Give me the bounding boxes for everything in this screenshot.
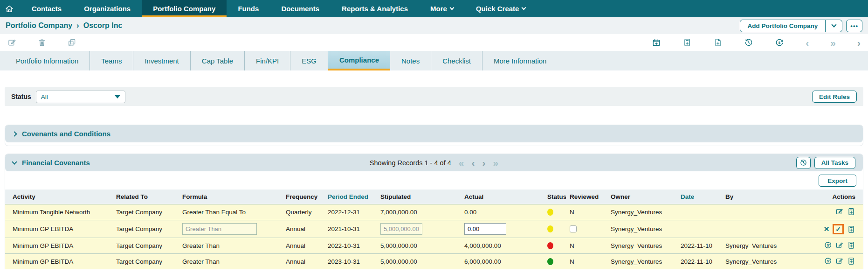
formula-input[interactable]: [182, 223, 257, 235]
edit-rules-button[interactable]: Edit Rules: [812, 91, 857, 103]
cell-frequency: Annual: [282, 238, 324, 254]
col-period-ended[interactable]: Period Ended: [324, 190, 377, 204]
cell-by: Synergy_Ventures: [722, 238, 810, 254]
chevron-right-icon[interactable]: [12, 131, 17, 136]
cell-owner: Synergy_Ventures: [607, 254, 677, 270]
more-options-button[interactable]: •••: [846, 20, 862, 32]
breadcrumb-parent[interactable]: Portfolio Company: [6, 21, 72, 30]
col-owner: Owner: [607, 190, 677, 204]
status-dot: [547, 258, 553, 265]
record-last-icon[interactable]: »: [830, 38, 836, 48]
nav-item-reports-analytics[interactable]: Reports & Analytics: [331, 0, 419, 17]
tab-label: Portfolio Information: [16, 57, 78, 65]
clipboard-plus-icon[interactable]: [682, 38, 692, 47]
row-confirm-icon-focused[interactable]: ✓: [833, 224, 844, 234]
reviewed-checkbox[interactable]: [570, 225, 577, 232]
tab-esg[interactable]: ESG: [290, 51, 328, 70]
tab-label: Notes: [401, 57, 420, 65]
row-dollar-refresh-icon[interactable]: $: [824, 241, 832, 249]
nav-label: Contacts: [32, 5, 62, 13]
cell-formula: Greater Than Equal To: [179, 204, 282, 220]
history-icon[interactable]: [744, 38, 753, 47]
page-first-icon[interactable]: «: [459, 158, 464, 168]
cell-activity: Minimum GP EBITDA: [5, 238, 112, 254]
row-cancel-icon[interactable]: ✕: [824, 225, 830, 233]
delete-record-icon[interactable]: [37, 38, 47, 47]
covenants-conditions-header[interactable]: Covenants and Conditions: [5, 125, 863, 142]
financial-covenants-table: Activity Related To Formula Frequency Pe…: [5, 190, 863, 269]
row-task-add-icon[interactable]: [847, 225, 855, 233]
row-edit-icon[interactable]: [835, 257, 844, 265]
actual-input[interactable]: [464, 223, 506, 235]
tab-more-information[interactable]: More Information: [482, 51, 558, 70]
breadcrumb-separator: ›: [76, 21, 79, 30]
stipulated-input[interactable]: [380, 223, 422, 235]
chevron-down-icon: [522, 6, 526, 10]
nav-item-funds[interactable]: Funds: [227, 0, 270, 17]
nav-label: Reports & Analytics: [342, 5, 408, 13]
cell-frequency: Annual: [282, 220, 324, 238]
nav-item-documents[interactable]: Documents: [270, 0, 331, 17]
row-task-add-icon[interactable]: [847, 207, 855, 216]
calendar-plus-icon[interactable]: [652, 38, 661, 47]
export-button[interactable]: Export: [819, 175, 856, 187]
tab-cap-table[interactable]: Cap Table: [191, 51, 245, 70]
cell-activity: Minimum GP EBITDA: [5, 220, 112, 238]
tab-checklist[interactable]: Checklist: [431, 51, 482, 70]
row-task-add-icon[interactable]: [847, 257, 855, 265]
record-prev-icon[interactable]: ‹: [806, 38, 809, 48]
tab-portfolio-information[interactable]: Portfolio Information: [5, 51, 90, 70]
home-icon[interactable]: [0, 0, 21, 17]
row-task-add-icon[interactable]: [847, 241, 855, 249]
cell-frequency: Quarterly: [282, 204, 324, 220]
all-tasks-button[interactable]: All Tasks: [814, 157, 855, 169]
nav-item-organizations[interactable]: Organizations: [73, 0, 142, 17]
dollar-refresh-icon[interactable]: $: [775, 38, 784, 47]
nav-item-more[interactable]: More: [419, 0, 465, 17]
page-last-icon[interactable]: »: [493, 158, 498, 168]
cell-formula: Greater Than: [179, 238, 282, 254]
cell-reviewed: N: [566, 204, 607, 220]
copy-record-icon[interactable]: [67, 38, 76, 47]
status-select[interactable]: All: [36, 91, 125, 103]
section-history-button[interactable]: [796, 157, 811, 169]
cell-owner: Synergy_Ventures: [607, 220, 677, 238]
section-title: Covenants and Conditions: [22, 130, 110, 138]
table-row-editing: Minimum GP EBITDA Target Company Annual …: [5, 220, 863, 238]
tab-label: ESG: [302, 57, 317, 65]
pagination: Showing Records 1 - 4 of 4 « ‹ › »: [370, 158, 498, 168]
nav-item-quick-create[interactable]: Quick Create: [465, 0, 537, 17]
row-edit-icon[interactable]: [835, 241, 844, 249]
chevron-down-icon[interactable]: [12, 159, 17, 164]
file-plus-icon[interactable]: [713, 38, 723, 47]
col-reviewed: Reviewed: [566, 190, 607, 204]
table-row: Minimum Tangible Networth Target Company…: [5, 204, 863, 220]
record-next-icon[interactable]: ›: [857, 38, 861, 48]
tab-label: More Information: [494, 57, 546, 65]
check-icon: ✓: [835, 225, 841, 233]
table-toolbar: Export: [5, 171, 863, 190]
status-dot: [547, 242, 553, 249]
cell-period-ended: 2022-12-31: [324, 204, 377, 220]
tab-compliance[interactable]: Compliance: [328, 51, 390, 70]
tab-notes[interactable]: Notes: [390, 51, 431, 70]
status-dot: [547, 225, 553, 232]
tab-investment[interactable]: Investment: [133, 51, 190, 70]
row-dollar-refresh-icon[interactable]: $: [824, 257, 832, 265]
page-prev-icon[interactable]: ‹: [471, 158, 475, 168]
row-edit-icon[interactable]: [835, 207, 844, 216]
edit-record-icon[interactable]: [7, 38, 17, 47]
nav-label: Organizations: [84, 5, 131, 13]
page-next-icon[interactable]: ›: [482, 158, 485, 168]
cell-date: 2022-11-10: [677, 238, 722, 254]
add-portfolio-company-dropdown[interactable]: [825, 20, 842, 32]
tab-fin-kpi[interactable]: Fin/KPI: [245, 51, 290, 70]
nav-item-contacts[interactable]: Contacts: [21, 0, 73, 17]
nav-item-portfolio-company[interactable]: Portfolio Company: [142, 0, 227, 17]
tab-teams[interactable]: Teams: [90, 51, 133, 70]
col-status: Status: [544, 190, 566, 204]
cell-actual: 4,000,000.00: [461, 238, 544, 254]
col-activity: Activity: [5, 190, 112, 204]
col-date[interactable]: Date: [677, 190, 722, 204]
add-portfolio-company-button[interactable]: Add Portfolio Company: [740, 20, 826, 32]
